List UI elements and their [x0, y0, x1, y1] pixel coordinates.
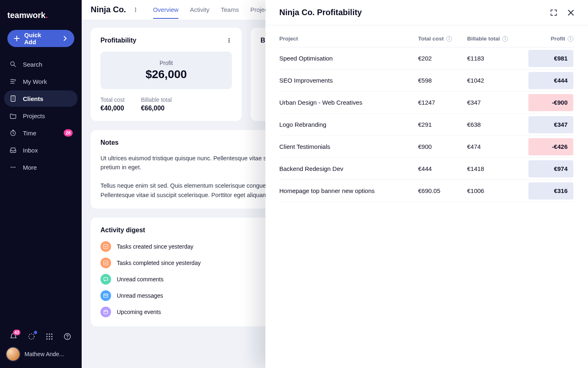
cell-total-cost: €1247	[418, 99, 467, 106]
cell-billable: €1418	[467, 165, 524, 172]
cell-total-cost: €444	[418, 165, 467, 172]
sidebar-item-time[interactable]: Time28	[4, 125, 78, 141]
notifications-badge: 43	[13, 330, 20, 335]
notifications-icon[interactable]: 43	[9, 332, 18, 341]
cell-profit: €974	[524, 160, 573, 177]
svg-point-8	[49, 333, 50, 334]
plus-icon	[13, 35, 20, 42]
sidebar-item-label: Time	[23, 130, 36, 137]
sidebar: teamwork. Quick Add Search My Work Clien…	[0, 0, 82, 368]
svg-point-11	[49, 336, 50, 337]
sidebar-item-clients[interactable]: Clients	[4, 90, 78, 107]
sidebar-item-label: Inbox	[23, 147, 38, 154]
sidebar-item-label: Clients	[23, 95, 43, 102]
user-menu[interactable]: Mathew Ande...	[6, 347, 76, 361]
sidebar-item-search[interactable]: Search	[4, 56, 78, 72]
avatar	[6, 347, 20, 361]
cell-profit: €347	[524, 116, 573, 133]
cell-billable: €1042	[467, 77, 524, 84]
svg-point-14	[49, 338, 50, 339]
table-row[interactable]: Urban Design - Web Creatives €1247 €347 …	[279, 92, 574, 114]
info-icon[interactable]: i	[502, 36, 508, 42]
chevron-right-icon	[62, 35, 69, 42]
chat-dot-badge	[34, 331, 37, 334]
brand-name: teamwork	[7, 11, 45, 20]
more-icon	[9, 163, 17, 171]
mywork-icon	[9, 77, 17, 85]
cell-project: Client Testimonials	[279, 143, 418, 150]
cell-profit: €981	[524, 50, 573, 67]
sidebar-item-projects[interactable]: Projects	[4, 108, 78, 124]
info-icon[interactable]: i	[568, 36, 573, 42]
table-row[interactable]: SEO Improvements €598 €1042 €444	[279, 70, 574, 92]
svg-point-5	[14, 167, 16, 168]
table-row[interactable]: Client Testimonials €900 €474 -€426	[279, 136, 574, 158]
cell-project: Logo Rebranding	[279, 121, 418, 128]
table-row[interactable]: Backend Redesign Dev €444 €1418 €974	[279, 158, 574, 180]
sidebar-item-label: More	[23, 164, 37, 171]
inbox-icon	[9, 146, 17, 154]
sidebar-item-label: Search	[23, 61, 42, 68]
expand-icon[interactable]	[548, 7, 559, 18]
cell-billable: €1006	[467, 187, 524, 194]
svg-point-13	[46, 338, 47, 339]
profitability-drawer: Ninja Co. Profitability Project Total co…	[265, 0, 588, 368]
svg-point-9	[51, 333, 52, 334]
cell-billable: €638	[467, 121, 524, 128]
svg-point-6	[29, 334, 34, 339]
close-icon[interactable]	[565, 7, 577, 18]
profitability-table: Project Total costi Billable totali Prof…	[265, 25, 588, 207]
col-total-cost[interactable]: Total costi	[418, 36, 467, 42]
cell-project: Speed Optimisation	[279, 55, 418, 62]
sidebar-bottom: 43 Mathew Ande...	[0, 325, 82, 368]
user-name: Mathew Ande...	[24, 351, 64, 357]
help-icon[interactable]	[63, 332, 72, 341]
sidebar-item-badge: 28	[64, 129, 73, 137]
svg-rect-1	[11, 96, 16, 101]
cell-total-cost: €598	[418, 77, 467, 84]
cell-project: Backend Redesign Dev	[279, 165, 418, 172]
quick-add-button[interactable]: Quick Add	[7, 30, 74, 47]
table-row[interactable]: Logo Rebranding €291 €638 €347	[279, 114, 574, 136]
quick-add-label: Quick Add	[24, 31, 53, 45]
svg-point-17	[67, 338, 68, 339]
cell-total-cost: €690.05	[418, 187, 467, 194]
projects-icon	[9, 112, 17, 120]
sidebar-item-my-work[interactable]: My Work	[4, 73, 78, 90]
sidebar-item-inbox[interactable]: Inbox	[4, 142, 78, 158]
svg-point-3	[11, 167, 12, 168]
col-profit[interactable]: Profiti	[524, 36, 573, 42]
drawer-title: Ninja Co. Profitability	[279, 8, 542, 17]
svg-point-4	[13, 167, 14, 168]
cell-profit: €444	[524, 72, 573, 89]
cell-profit: -€900	[524, 94, 573, 111]
svg-point-7	[46, 333, 47, 334]
brand-dot: .	[45, 11, 48, 20]
cell-project: Homepage top banner new options	[279, 187, 418, 194]
cell-billable: €347	[467, 99, 524, 106]
cell-billable: €1183	[467, 55, 524, 62]
svg-point-0	[11, 62, 14, 65]
brand-logo: teamwork.	[0, 0, 82, 27]
time-icon	[9, 129, 17, 137]
cell-project: Urban Design - Web Creatives	[279, 99, 418, 106]
chat-icon[interactable]	[27, 332, 36, 341]
cell-total-cost: €900	[418, 143, 467, 150]
svg-point-10	[46, 336, 47, 337]
col-billable[interactable]: Billable totali	[467, 36, 524, 42]
sidebar-nav: Search My Work Clients Projects Time28 I…	[0, 54, 82, 177]
clients-icon	[9, 94, 17, 103]
table-row[interactable]: Homepage top banner new options €690.05 …	[279, 180, 574, 202]
svg-point-12	[51, 336, 52, 337]
sidebar-item-more[interactable]: More	[4, 159, 78, 175]
search-icon	[9, 60, 17, 68]
cell-project: SEO Improvements	[279, 77, 418, 84]
svg-point-15	[51, 338, 52, 339]
info-icon[interactable]: i	[446, 36, 452, 42]
col-project[interactable]: Project	[279, 36, 418, 42]
cell-total-cost: €202	[418, 55, 467, 62]
cell-profit: -€426	[524, 138, 573, 155]
table-row[interactable]: Speed Optimisation €202 €1183 €981	[279, 47, 574, 70]
sidebar-item-label: Projects	[23, 112, 45, 119]
apps-icon[interactable]	[45, 332, 54, 341]
